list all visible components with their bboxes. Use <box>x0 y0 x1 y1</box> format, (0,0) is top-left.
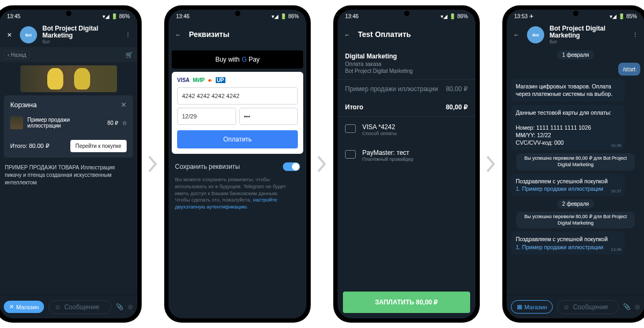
order-label: Оплата заказа <box>345 61 468 67</box>
card-sub: Способ оплаты <box>362 131 397 136</box>
notch <box>573 11 579 16</box>
save-toggle-row: Сохранить реквизиты <box>172 157 303 173</box>
pay-button[interactable]: ЗАПЛАТИТЬ 80,00 ₽ <box>343 292 470 313</box>
store-button[interactable]: ▦ Магазин <box>511 300 553 314</box>
card-label: VISA *4242 <box>362 123 397 131</box>
phone-2: 13:46 ▾◢ 🔋86% ← Реквизиты Buy with G Pay… <box>164 5 311 323</box>
chat-area[interactable]: 1 февраля /start 16:36 Магазин цифровых … <box>507 47 644 295</box>
message-input[interactable]: ☺Сообщение <box>48 300 112 314</box>
order-header: Digital Marketing Оплата заказа Bot Proj… <box>338 47 475 79</box>
message-incoming[interactable]: Магазин цифровых товаров. Оплата через п… <box>511 79 625 101</box>
back-icon[interactable]: ← <box>511 29 522 40</box>
attach-icon[interactable]: 📎 <box>116 303 123 310</box>
message-bar: ▦ Магазин ☺Сообщение 📎 ◎ <box>507 295 644 318</box>
time: 13:53 ✈ <box>514 13 533 19</box>
total-label: Итого <box>345 103 363 111</box>
arrow-icon <box>146 153 160 175</box>
time: 13:46 <box>176 13 189 19</box>
item-label: Пример продажи иллюстрации <box>345 85 438 93</box>
chat-header: ✕ Bot Bot Project Digital Marketing бот … <box>0 23 137 47</box>
provider-label: PayMaster: тест <box>362 149 414 156</box>
notch <box>66 11 71 16</box>
message-input[interactable]: ☺Сообщение <box>557 300 619 314</box>
message-incoming[interactable]: Данные тестовой карты для оплаты: Номер:… <box>511 105 625 151</box>
attach-icon[interactable]: 📎 <box>623 303 631 310</box>
expiry-input[interactable]: 12/29 <box>177 108 236 125</box>
close-icon[interactable]: ✕ <box>121 101 127 109</box>
more-icon[interactable]: ⋮ <box>630 29 640 40</box>
gpay-logo: G Pay <box>241 56 259 63</box>
message-incoming[interactable]: Поздравляем с успешной покупкой 1. Приме… <box>511 174 625 196</box>
camera-icon[interactable]: ◎ <box>128 303 133 310</box>
card-brands: VISA МИР ●● UP <box>177 77 298 83</box>
cart-title: Корзина <box>10 101 37 109</box>
back-button[interactable]: ‹ Назад <box>4 51 30 59</box>
remove-icon[interactable]: ⊖ <box>122 120 127 126</box>
page-header: ← Test Оплатить <box>338 23 475 47</box>
cvc-input[interactable]: ••• <box>239 108 298 125</box>
card-number-input[interactable]: 4242 4242 4242 4242 <box>177 87 298 105</box>
item-price: 80 ₽ <box>107 120 118 126</box>
back-icon[interactable]: ← <box>173 29 184 40</box>
phone-3: 13:46 ▾◢ 🔋86% ← Test Оплатить Digital Ma… <box>333 5 480 323</box>
chat-subtitle: бот <box>550 39 624 44</box>
close-icon[interactable]: ✕ <box>4 29 14 40</box>
phone-4: 13:53 ✈ ▾◢ 🔋85% ← Bot Bot Project Digita… <box>502 5 644 323</box>
date-separator: 2 февраля <box>557 199 595 208</box>
store-button[interactable]: ✕ Магазин <box>4 301 44 313</box>
cart-icon[interactable]: 🛒 <box>126 51 133 58</box>
message-bar: ✕ Магазин ☺Сообщение 📎 ◎ <box>0 295 137 318</box>
status-icons: ▾◢ 🔋86% <box>103 13 130 19</box>
item-row: Пример продажи иллюстрации 80,00 ₽ <box>338 80 475 98</box>
status-icons: ▾◢ 🔋85% <box>610 13 637 19</box>
checkout-button[interactable]: Перейти к покупке <box>70 140 127 152</box>
date-separator: 1 февраля <box>557 50 595 59</box>
item-price: 80,00 ₽ <box>446 85 468 93</box>
system-message: Вы успешно перевели 80,00 ₽ для Bot Proj… <box>516 153 635 170</box>
cart-item: Пример продажи иллюстрации 80 ₽ ⊖ <box>10 116 127 129</box>
total-text: Итого: 80.00 ₽ <box>10 143 49 150</box>
back-icon[interactable]: ← <box>342 29 353 40</box>
merchant-name: Digital Marketing <box>345 53 468 60</box>
product-image <box>20 65 117 92</box>
page-header: ← Реквизиты <box>169 23 306 47</box>
pay-button[interactable]: Оплатить <box>177 130 298 148</box>
card-icon <box>345 124 356 133</box>
chat-title: Bot Project Digital Marketing <box>550 25 624 39</box>
provider-icon <box>345 150 356 159</box>
webapp-toolbar: ‹ Назад 🛒 <box>0 47 137 62</box>
avatar[interactable]: Bot <box>20 26 37 43</box>
cart-panel: Корзина ✕ Пример продажи иллюстрации 80 … <box>4 95 133 158</box>
page-title: Test Оплатить <box>358 31 411 39</box>
message-outgoing[interactable]: /start 16:36 <box>618 63 640 76</box>
time: 13:46 <box>345 13 358 19</box>
system-message: Вы успешно перевели 80,00 ₽ для Bot Proj… <box>516 212 635 228</box>
notch <box>235 11 240 16</box>
status-icons: ▾◢ 🔋86% <box>272 13 299 19</box>
product-description: ПРИМЕР ПРОДАЖИ ТОВАРА Иллюстрация пикачу… <box>0 160 137 191</box>
help-text: Вы можете сохранить реквизиты, чтобы исп… <box>172 176 303 211</box>
provider-row[interactable]: PayMaster: тест Платёжный провайдер <box>338 143 475 168</box>
item-name: Пример продажи иллюстрации <box>27 117 103 129</box>
payment-method-row[interactable]: VISA *4242 Способ оплаты <box>338 117 475 143</box>
message-incoming[interactable]: Поздравляем с успешной покупкой 1. Приме… <box>511 232 625 254</box>
chat-header: ← Bot Bot Project Digital Marketing бот … <box>507 23 644 47</box>
card-form: VISA МИР ●● UP 4242 4242 4242 4242 12/29… <box>172 72 303 154</box>
phone-1: 13:45 ▾◢ 🔋86% ✕ Bot Bot Project Digital … <box>0 5 142 323</box>
arrow-icon <box>315 153 329 175</box>
gpay-button[interactable]: Buy with G Pay <box>172 50 303 69</box>
item-thumb <box>10 116 23 129</box>
save-label: Сохранить реквизиты <box>175 163 240 170</box>
notch <box>404 11 409 16</box>
save-toggle[interactable] <box>283 162 300 171</box>
camera-icon[interactable]: ◎ <box>635 303 640 310</box>
more-icon[interactable]: ⋮ <box>122 29 133 40</box>
avatar[interactable]: Bot <box>527 26 544 43</box>
arrow-icon <box>484 153 498 175</box>
total-row: Итого 80,00 ₽ <box>338 98 475 116</box>
chat-title: Bot Project Digital Marketing <box>42 25 117 39</box>
chat-subtitle: бот <box>42 39 117 44</box>
bot-name: Bot Project Digital Marketing <box>345 68 468 74</box>
total-price: 80,00 ₽ <box>446 103 468 111</box>
provider-sub: Платёжный провайдер <box>362 156 414 162</box>
